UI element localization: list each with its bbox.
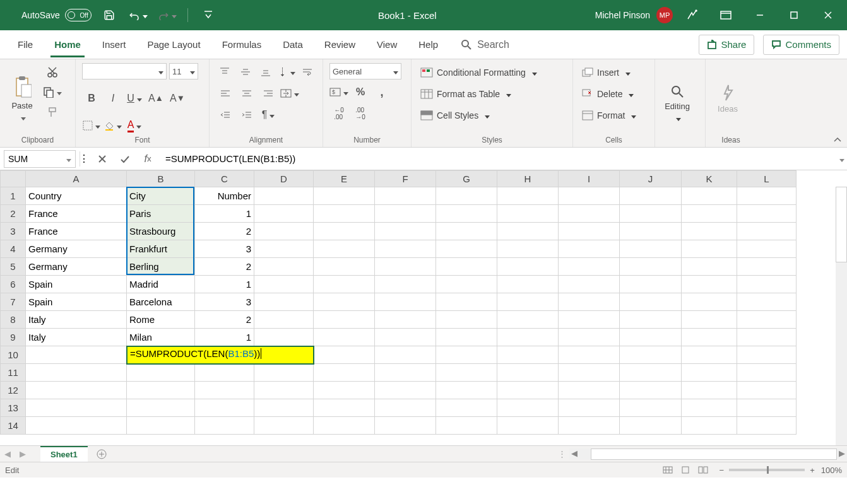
col-header-E[interactable]: E: [314, 171, 375, 187]
cell-L9[interactable]: [737, 329, 797, 346]
cell-F11[interactable]: [375, 364, 436, 382]
cell-H10[interactable]: [497, 346, 559, 364]
cell-F10[interactable]: [375, 346, 436, 364]
cell-C11[interactable]: [195, 364, 254, 382]
cell-E13[interactable]: [314, 399, 375, 417]
cell-E11[interactable]: [314, 364, 375, 382]
cell-F2[interactable]: [375, 205, 436, 223]
cell-K13[interactable]: [682, 399, 737, 417]
format-as-table-button[interactable]: Format as Table: [418, 85, 566, 103]
share-button[interactable]: Share: [699, 35, 754, 55]
cell-L2[interactable]: [737, 205, 797, 223]
autosave-switch-off[interactable]: Off: [65, 9, 92, 21]
col-header-D[interactable]: D: [254, 171, 314, 187]
formula-input[interactable]: [159, 150, 834, 168]
rtl-button[interactable]: ¶: [259, 106, 278, 124]
cell-L1[interactable]: [737, 187, 797, 205]
cell-B1[interactable]: City: [127, 187, 195, 205]
conditional-formatting-button[interactable]: Conditional Formatting: [418, 63, 566, 82]
cell-K5[interactable]: [682, 258, 737, 276]
cell-A5[interactable]: Germany: [26, 258, 127, 276]
col-header-J[interactable]: J: [620, 171, 682, 187]
cell-G10[interactable]: [436, 346, 497, 364]
col-header-C[interactable]: C: [195, 171, 254, 187]
cell-G3[interactable]: [436, 223, 497, 240]
cell-E2[interactable]: [314, 205, 375, 223]
cell-D14[interactable]: [254, 417, 314, 435]
worksheet-grid[interactable]: ABCDEFGHIJKL1CountryCityNumber2FrancePar…: [0, 170, 847, 445]
qat-customize-button[interactable]: [197, 4, 220, 26]
ribbon-display-button[interactable]: [711, 0, 741, 30]
cell-E14[interactable]: [314, 417, 375, 435]
formula-edit-overlay[interactable]: =SUMPRODUCT(LEN(B1:B5)): [126, 346, 314, 365]
cell-K4[interactable]: [682, 240, 737, 258]
cell-K6[interactable]: [682, 276, 737, 293]
avatar[interactable]: MP: [656, 7, 673, 23]
cell-H3[interactable]: [497, 223, 559, 240]
cell-L5[interactable]: [737, 258, 797, 276]
insert-cells-button[interactable]: Insert: [579, 63, 648, 82]
cell-E1[interactable]: [314, 187, 375, 205]
cell-C5[interactable]: 2: [195, 258, 254, 276]
cell-E12[interactable]: [314, 382, 375, 399]
cell-I8[interactable]: [559, 311, 620, 329]
grow-font-button[interactable]: A▲: [146, 90, 165, 107]
tab-file[interactable]: File: [8, 31, 43, 59]
col-header-K[interactable]: K: [682, 171, 737, 187]
simplify-ribbon-button[interactable]: [677, 0, 707, 30]
tab-page-layout[interactable]: Page Layout: [137, 31, 210, 59]
cell-L10[interactable]: [737, 346, 797, 364]
cell-D5[interactable]: [254, 258, 314, 276]
tab-help[interactable]: Help: [408, 31, 448, 59]
namebox-split[interactable]: ⋮: [80, 151, 87, 167]
comma-button[interactable]: ,: [372, 83, 391, 101]
shrink-font-button[interactable]: A▼: [168, 90, 187, 107]
cell-D11[interactable]: [254, 364, 314, 382]
zoom-level[interactable]: 100%: [821, 466, 842, 475]
search-button[interactable]: Search: [461, 39, 509, 50]
cell-B2[interactable]: Paris: [127, 205, 195, 223]
cell-J12[interactable]: [620, 382, 682, 399]
cell-K9[interactable]: [682, 329, 737, 346]
format-painter-button[interactable]: [43, 103, 62, 121]
cell-A11[interactable]: [26, 364, 127, 382]
normal-view-button[interactable]: [659, 464, 677, 476]
cell-I12[interactable]: [559, 382, 620, 399]
cell-D8[interactable]: [254, 311, 314, 329]
col-header-H[interactable]: H: [497, 171, 559, 187]
redo-button[interactable]: [156, 4, 179, 26]
sheet-tab-sheet1[interactable]: Sheet1: [40, 446, 88, 462]
cell-F8[interactable]: [375, 311, 436, 329]
close-button[interactable]: [813, 0, 843, 30]
cell-L11[interactable]: [737, 364, 797, 382]
cell-C12[interactable]: [195, 382, 254, 399]
cell-F4[interactable]: [375, 240, 436, 258]
cell-D2[interactable]: [254, 205, 314, 223]
font-name-combo[interactable]: [82, 63, 167, 79]
cell-A9[interactable]: Italy: [26, 329, 127, 346]
tab-insert[interactable]: Insert: [92, 31, 136, 59]
cancel-formula-button[interactable]: [91, 150, 114, 168]
borders-button[interactable]: [82, 117, 101, 134]
cell-C4[interactable]: 3: [195, 240, 254, 258]
cell-C8[interactable]: 2: [195, 311, 254, 329]
cell-B7[interactable]: Barcelona: [127, 293, 195, 311]
fill-color-button[interactable]: [104, 117, 122, 134]
cell-D3[interactable]: [254, 223, 314, 240]
cell-A8[interactable]: Italy: [26, 311, 127, 329]
cell-F14[interactable]: [375, 417, 436, 435]
add-sheet-button[interactable]: [94, 447, 109, 462]
cell-J9[interactable]: [620, 329, 682, 346]
cell-I2[interactable]: [559, 205, 620, 223]
row-header-6[interactable]: 6: [1, 276, 26, 293]
cell-styles-button[interactable]: Cell Styles: [418, 106, 566, 125]
cell-B8[interactable]: Rome: [127, 311, 195, 329]
zoom-slider[interactable]: [729, 469, 805, 471]
decrease-indent-button[interactable]: [216, 106, 235, 124]
cell-H2[interactable]: [497, 205, 559, 223]
cell-G12[interactable]: [436, 382, 497, 399]
tab-split[interactable]: ⋮: [554, 447, 569, 462]
cell-C9[interactable]: 1: [195, 329, 254, 346]
cell-F12[interactable]: [375, 382, 436, 399]
cell-F13[interactable]: [375, 399, 436, 417]
